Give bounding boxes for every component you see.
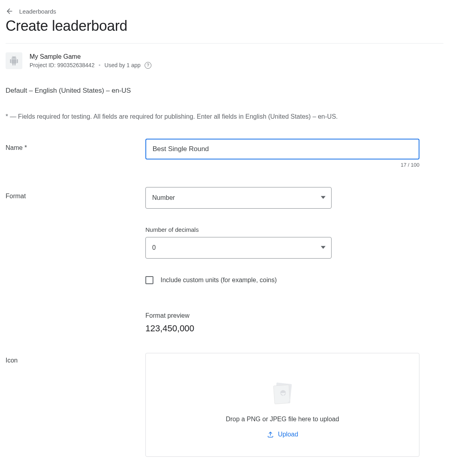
format-preview-label: Format preview — [145, 312, 419, 319]
icon-row: Icon Drop a PNG or JPEG file here to upl… — [6, 353, 443, 457]
name-char-counter: 17 / 100 — [145, 162, 419, 168]
file-stack-icon — [268, 380, 296, 408]
upload-label: Upload — [278, 431, 298, 438]
project-usage: Used by 1 app — [105, 62, 141, 68]
upload-icon — [267, 431, 274, 438]
custom-units-label: Include custom units (for example, coins… — [161, 277, 277, 284]
back-arrow-icon[interactable] — [6, 7, 14, 15]
name-row: Name * 17 / 100 — [6, 139, 443, 168]
divider — [6, 43, 443, 44]
custom-units-checkbox[interactable] — [145, 276, 153, 284]
chevron-down-icon — [321, 194, 326, 201]
project-id: Project ID: 990352638442 — [30, 62, 95, 68]
decimals-label: Number of decimals — [145, 226, 419, 233]
name-label: Name * — [6, 139, 145, 151]
locale-text: Default – English (United States) – en-U… — [6, 87, 443, 95]
breadcrumb-parent[interactable]: Leaderboards — [19, 8, 56, 15]
page-title: Create leaderboard — [6, 18, 443, 34]
dropzone-text: Drop a PNG or JPEG file here to upload — [226, 416, 339, 423]
format-select[interactable]: Number — [145, 187, 332, 209]
required-fields-hint: * — Fields required for testing. All fie… — [6, 113, 443, 120]
icon-label: Icon — [6, 353, 145, 364]
help-icon[interactable]: ? — [145, 62, 151, 69]
chevron-down-icon — [321, 244, 326, 251]
format-select-value: Number — [152, 194, 175, 201]
format-label: Format — [6, 187, 145, 200]
upload-button[interactable]: Upload — [267, 431, 298, 438]
decimals-select[interactable]: 0 — [145, 237, 332, 259]
project-name: My Sample Game — [30, 53, 151, 60]
separator-dot: • — [99, 62, 101, 68]
android-icon — [6, 52, 22, 69]
icon-dropzone[interactable]: Drop a PNG or JPEG file here to upload U… — [145, 353, 419, 457]
format-row: Format Number Number of decimals 0 Inclu… — [6, 187, 443, 334]
format-preview-value: 123,450,000 — [145, 323, 419, 334]
decimals-select-value: 0 — [152, 244, 156, 251]
project-header: My Sample Game Project ID: 990352638442 … — [6, 52, 443, 69]
name-input[interactable] — [145, 139, 419, 159]
breadcrumb: Leaderboards — [6, 7, 443, 15]
